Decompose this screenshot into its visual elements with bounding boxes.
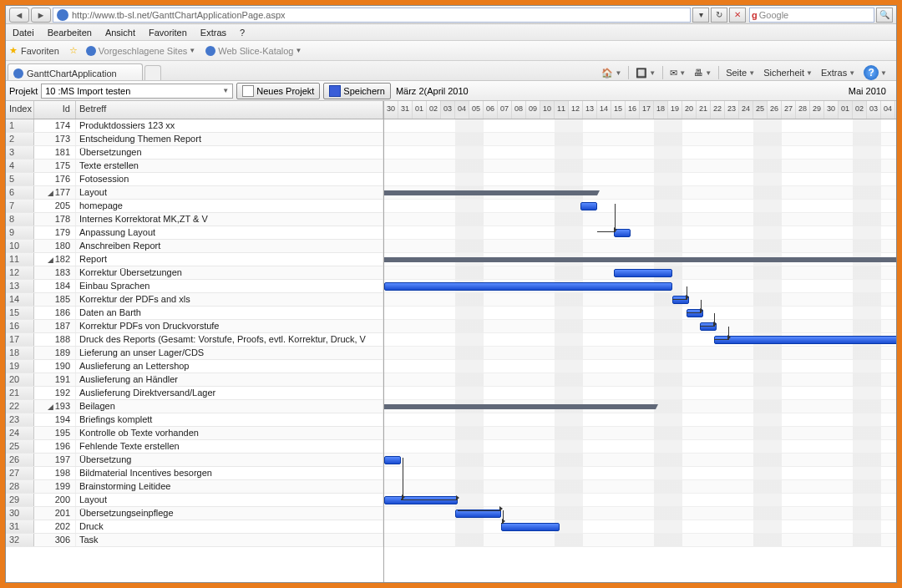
table-row[interactable]: 26197Übersetzung — [6, 454, 383, 467]
summary-bar[interactable] — [384, 257, 896, 262]
table-row[interactable]: 8178Internes Korrektorat MK,ZT & V — [6, 213, 383, 226]
gantt-row[interactable] — [384, 373, 896, 387]
summary-bar[interactable] — [384, 190, 597, 195]
fav-web-slice[interactable]: Web Slice-Katalog▼ — [205, 46, 302, 56]
table-row[interactable]: 15186Daten an Barth — [6, 307, 383, 320]
task-bar[interactable] — [501, 523, 560, 531]
table-row[interactable]: 12183Korrektur Übersetzungen — [6, 266, 383, 280]
task-bar[interactable] — [614, 269, 672, 277]
gantt-row[interactable] — [384, 213, 896, 226]
sicherheit-menu[interactable]: Sicherheit▼ — [763, 68, 813, 78]
task-bar[interactable] — [714, 336, 896, 344]
search-field[interactable]: gGoogle — [749, 8, 874, 23]
new-project-button[interactable]: Neues Projekt — [236, 83, 320, 99]
table-row[interactable]: 31202Druck — [6, 520, 383, 534]
table-row[interactable]: 24195Kontrolle ob Texte vorhanden — [6, 427, 383, 440]
task-bar[interactable] — [384, 496, 458, 504]
home-button[interactable]: 🏠▼ — [601, 68, 621, 79]
gantt-row[interactable] — [384, 320, 896, 333]
table-row[interactable]: 7205homepage — [6, 200, 383, 213]
menu-favoriten[interactable]: Favoriten — [142, 28, 194, 38]
extras-menu[interactable]: Extras▼ — [821, 68, 855, 78]
stop-button[interactable]: ✕ — [729, 8, 746, 23]
new-tab-button[interactable] — [144, 65, 161, 80]
gantt-row[interactable] — [384, 146, 896, 160]
table-row[interactable]: 3181Übersetzungen — [6, 146, 383, 160]
table-row[interactable]: 16187Korrektur PDFs von Druckvorstufe — [6, 320, 383, 333]
search-go-button[interactable]: 🔍 — [876, 8, 893, 23]
task-bar[interactable] — [384, 456, 401, 464]
table-row[interactable]: 27198Bildmaterial Incentives besorgen — [6, 467, 383, 480]
table-row[interactable]: 25196Fehlende Texte erstellen — [6, 440, 383, 454]
gantt-row[interactable] — [384, 520, 896, 534]
project-combo[interactable]: 10 :MS Import testen▼ — [41, 84, 233, 99]
gantt-row[interactable] — [384, 119, 896, 133]
mail-button[interactable]: ✉▼ — [670, 68, 686, 79]
gantt-row[interactable] — [384, 200, 896, 213]
gantt-row[interactable] — [384, 280, 896, 293]
url-field[interactable]: http://www.tb-sl.net/GanttChartApplicati… — [53, 8, 691, 23]
menu-datei[interactable]: Datei — [6, 28, 41, 38]
gantt-row[interactable] — [384, 413, 896, 427]
menu-extras[interactable]: Extras — [194, 28, 233, 38]
table-row[interactable]: 23194Briefings komplett — [6, 413, 383, 427]
gantt-row[interactable] — [384, 400, 896, 413]
col-betreff[interactable]: Betreff — [76, 101, 383, 119]
table-row[interactable]: 2173Entscheidung Themen Report — [6, 133, 383, 146]
go-button[interactable]: ▾ — [692, 8, 709, 23]
gantt-row[interactable] — [384, 467, 896, 480]
gantt-chart[interactable] — [384, 119, 896, 547]
table-row[interactable]: 1174Produktdossiers 123 xx — [6, 119, 383, 133]
table-row[interactable]: 18189Lieferung an unser Lager/CDS — [6, 347, 383, 360]
gantt-row[interactable] — [384, 494, 896, 507]
gantt-row[interactable] — [384, 387, 896, 400]
menu-ansicht[interactable]: Ansicht — [99, 28, 142, 38]
help-button[interactable]: ?▼ — [864, 65, 887, 80]
table-row[interactable]: 32306Task — [6, 534, 383, 547]
gantt-row[interactable] — [384, 347, 896, 360]
gantt-row[interactable] — [384, 186, 896, 200]
table-row[interactable]: 29200Layout — [6, 494, 383, 507]
table-row[interactable]: 5176Fotosession — [6, 173, 383, 186]
table-row[interactable]: 11◢182Report — [6, 253, 383, 266]
table-row[interactable]: 4175Texte erstellen — [6, 160, 383, 173]
table-row[interactable]: 14185Korrektur der PDFs and xls — [6, 293, 383, 307]
refresh-button[interactable]: ↻ — [711, 8, 727, 23]
table-row[interactable]: 21192Auslieferung Direktversand/Lager — [6, 387, 383, 400]
gantt-row[interactable] — [384, 240, 896, 253]
task-bar[interactable] — [384, 282, 672, 291]
fav-suggested-sites[interactable]: Vorgeschlagene Sites▼ — [86, 46, 195, 56]
favorites-label[interactable]: Favoriten — [21, 46, 59, 56]
tab-ganttchart[interactable]: GanttChartApplication — [8, 63, 143, 80]
table-row[interactable]: 10180Anschreiben Report — [6, 240, 383, 253]
gantt-row[interactable] — [384, 307, 896, 320]
table-row[interactable]: 13184Einbau Sprachen — [6, 280, 383, 293]
col-id[interactable]: Id — [34, 101, 76, 119]
gantt-row[interactable] — [384, 253, 896, 266]
back-button[interactable]: ◄ — [9, 8, 29, 23]
gantt-row[interactable] — [384, 454, 896, 467]
print-button[interactable]: 🖶▼ — [694, 68, 712, 78]
feeds-button[interactable]: 🔲▼ — [636, 68, 656, 79]
table-row[interactable]: 6◢177Layout — [6, 186, 383, 200]
table-row[interactable]: 28199Brainstorming Leitidee — [6, 480, 383, 494]
gantt-row[interactable] — [384, 440, 896, 454]
menu-help[interactable]: ? — [233, 28, 251, 38]
menu-bearbeiten[interactable]: Bearbeiten — [41, 28, 99, 38]
col-index[interactable]: Index — [6, 101, 34, 119]
table-row[interactable]: 9179Anpassung Layout — [6, 226, 383, 240]
gantt-row[interactable] — [384, 133, 896, 146]
gantt-row[interactable] — [384, 226, 896, 240]
gantt-row[interactable] — [384, 160, 896, 173]
star-add-icon[interactable]: ☆ — [69, 45, 78, 56]
gantt-row[interactable] — [384, 427, 896, 440]
gantt-row[interactable] — [384, 333, 896, 347]
table-row[interactable]: 30201Übersetzungseinpflege — [6, 507, 383, 520]
summary-bar[interactable] — [384, 404, 656, 409]
gantt-row[interactable] — [384, 507, 896, 520]
table-row[interactable]: 17188Druck des Reports (Gesamt: Vorstufe… — [6, 333, 383, 347]
save-button[interactable]: Speichern — [323, 83, 391, 99]
table-row[interactable]: 22◢193Beilagen — [6, 400, 383, 413]
gantt-row[interactable] — [384, 266, 896, 280]
gantt-row[interactable] — [384, 293, 896, 307]
